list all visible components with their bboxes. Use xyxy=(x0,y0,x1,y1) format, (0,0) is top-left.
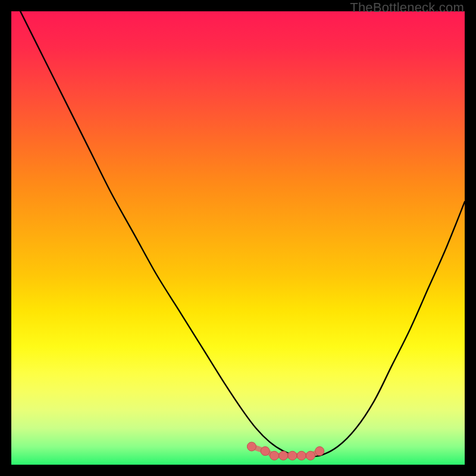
marker-dot xyxy=(270,451,279,460)
marker-dot xyxy=(315,447,324,456)
marker-dot xyxy=(279,451,288,460)
chart-frame: TheBottleneck.com xyxy=(0,0,476,476)
marker-dot xyxy=(306,451,315,460)
marker-dot xyxy=(297,451,306,460)
watermark-text: TheBottleneck.com xyxy=(350,0,464,15)
curve-layer xyxy=(11,11,465,465)
plot-area xyxy=(11,11,465,465)
zero-bottleneck-markers xyxy=(247,442,324,460)
marker-dot xyxy=(261,447,270,456)
marker-dot xyxy=(247,442,256,451)
bottleneck-curve xyxy=(20,11,465,456)
marker-dot xyxy=(288,451,297,460)
